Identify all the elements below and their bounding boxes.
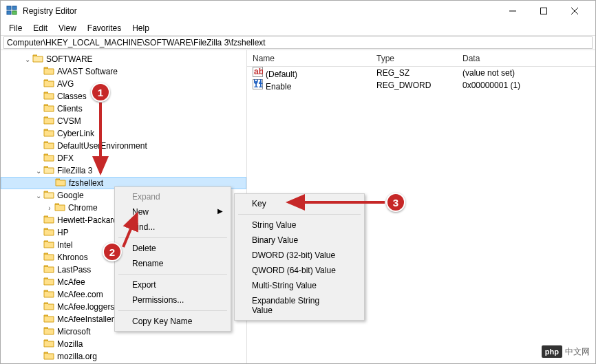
tree-item-label: CyberLink: [57, 129, 94, 138]
list-body[interactable]: ab(Default)REG_SZ(value not set)011110En…: [247, 67, 595, 92]
tree-item-label: AVG: [57, 79, 74, 89]
list-row[interactable]: ab(Default)REG_SZ(value not set): [247, 67, 595, 79]
collapse-icon[interactable]: ⌄: [23, 56, 32, 63]
ctx-copy-key-name[interactable]: Copy Key Name: [117, 314, 228, 329]
tree-item[interactable]: CyberLink: [1, 127, 246, 140]
ctx-separator: [118, 310, 227, 311]
folder-icon: [43, 301, 54, 313]
menu-favorites[interactable]: Favorites: [82, 22, 127, 34]
folder-icon: [43, 190, 54, 202]
ctx-separator: [118, 274, 227, 275]
tree-item[interactable]: ⌄FileZilla 3: [1, 164, 246, 177]
ctx-delete[interactable]: Delete: [117, 241, 228, 256]
tree-item-label: Microsoft: [57, 327, 91, 336]
sub-binary[interactable]: Binary Value: [237, 233, 362, 248]
address-input[interactable]: [3, 36, 593, 49]
menu-help[interactable]: Help: [127, 22, 155, 34]
expand-icon[interactable]: ›: [45, 204, 54, 212]
tree-item-label: Classes: [57, 92, 87, 101]
ctx-expand: Expand: [117, 189, 228, 204]
sub-string[interactable]: String Value: [237, 217, 362, 233]
tree-item[interactable]: Clients: [1, 103, 246, 115]
list-row[interactable]: 011110EnableREG_DWORD0x00000001 (1): [247, 79, 595, 92]
tree-item[interactable]: DFX: [1, 152, 246, 164]
folder-icon: [43, 153, 54, 164]
folder-icon: [43, 351, 54, 363]
tree-item-label: SOFTWARE: [46, 54, 93, 64]
maximize-button[interactable]: [528, 1, 559, 21]
tree-item-label: McAfee.com: [57, 290, 103, 299]
folder-icon: [43, 103, 54, 115]
svg-rect-0: [7, 6, 11, 10]
col-header-data[interactable]: Data: [457, 54, 595, 63]
tree-item-label: HP: [57, 228, 69, 237]
tree-item-label: Intel: [57, 240, 73, 250]
list-header: Name Type Data: [247, 50, 595, 67]
minimize-button[interactable]: [497, 1, 528, 21]
close-button[interactable]: [559, 1, 590, 21]
collapse-icon[interactable]: ⌄: [34, 167, 43, 175]
value-type: REG_DWORD: [371, 81, 457, 90]
folder-icon: [43, 314, 54, 325]
ctx-export[interactable]: Export: [117, 277, 228, 292]
ctx-permissions[interactable]: Permissions...: [117, 292, 228, 308]
sub-multi[interactable]: Multi-String Value: [237, 278, 362, 293]
menu-view[interactable]: View: [53, 22, 82, 34]
value-name: Enable: [266, 82, 291, 92]
sub-key[interactable]: Key: [237, 196, 362, 211]
col-header-name[interactable]: Name: [247, 54, 371, 63]
ctx-rename[interactable]: Rename: [117, 256, 228, 271]
tree-item[interactable]: AVG: [1, 78, 246, 90]
folder-icon: [43, 66, 54, 78]
ctx-find[interactable]: Find...: [117, 220, 228, 235]
ctx-separator: [118, 237, 227, 238]
tree-item-label: CVSM: [57, 116, 81, 126]
context-submenu-new[interactable]: Key String Value Binary Value DWORD (32-…: [234, 193, 365, 321]
folder-icon: [43, 277, 54, 288]
reg-value-icon: ab: [253, 69, 263, 79]
value-data: (value not set): [457, 68, 595, 78]
annotation-badge-1: 1: [91, 83, 110, 102]
menu-edit[interactable]: Edit: [28, 22, 53, 34]
tree-item-label: McAfeeInstaller: [57, 314, 114, 324]
tree-item[interactable]: ⌄SOFTWARE: [1, 53, 246, 65]
svg-text:ab: ab: [254, 67, 263, 76]
svg-text:110: 110: [254, 80, 264, 89]
tree-item-label: McAfee.loggers: [57, 302, 114, 312]
tree-item[interactable]: CVSM: [1, 115, 246, 127]
ctx-new-label: New: [132, 207, 149, 217]
sub-dword[interactable]: DWORD (32-bit) Value: [237, 248, 362, 263]
tree-item-label: Chrome: [68, 203, 98, 213]
folder-icon: [43, 78, 54, 90]
ctx-new[interactable]: New▶: [117, 204, 228, 220]
folder-icon: [43, 116, 54, 127]
tree-item[interactable]: Classes: [1, 90, 246, 103]
menu-file[interactable]: File: [3, 22, 28, 34]
tree-item-label: FileZilla 3: [57, 166, 92, 175]
sub-qword[interactable]: QWORD (64-bit) Value: [237, 263, 362, 278]
svg-rect-5: [540, 8, 546, 14]
tree-item-label: fzshellext: [69, 178, 103, 188]
tree-item[interactable]: Mozilla: [1, 338, 246, 350]
folder-icon: [43, 239, 54, 251]
watermark-text: 中文网: [565, 346, 590, 358]
tree-item-label: DefaultUserEnvironment: [57, 141, 147, 151]
value-name: (Default): [266, 69, 297, 79]
folder-icon: [43, 227, 54, 239]
folder-icon: [43, 264, 54, 276]
watermark-logo: php: [542, 345, 562, 358]
folder-icon: [43, 91, 54, 103]
sub-expand[interactable]: Expandable String Value: [237, 293, 362, 318]
folder-icon: [55, 178, 66, 189]
collapse-icon[interactable]: ⌄: [34, 192, 43, 200]
col-header-type[interactable]: Type: [371, 54, 457, 63]
tree-item[interactable]: AVAST Software: [1, 65, 246, 78]
context-menu[interactable]: Expand New▶ Find... Delete Rename Export…: [114, 186, 231, 332]
tree-item[interactable]: mozilla.org: [1, 350, 246, 363]
tree-item-label: AVAST Software: [57, 67, 118, 76]
tree-item[interactable]: DefaultUserEnvironment: [1, 140, 246, 152]
folder-icon: [43, 252, 54, 264]
title-bar: Registry Editor: [1, 1, 595, 21]
window-title: Registry Editor: [23, 6, 497, 16]
chevron-right-icon: ▶: [217, 207, 223, 215]
